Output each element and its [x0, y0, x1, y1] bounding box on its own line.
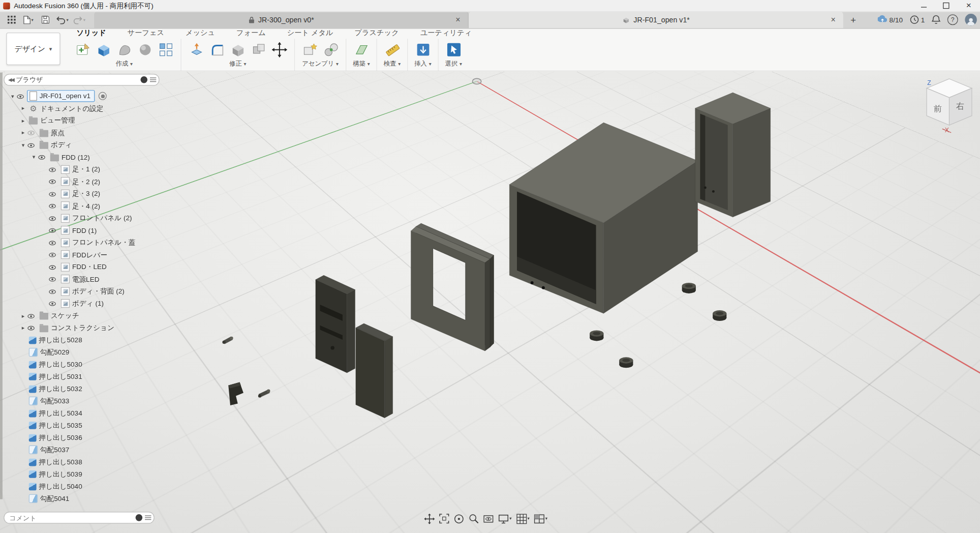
undo-button[interactable]: ▾ — [54, 13, 70, 26]
tree-item[interactable]: 足・2 (2) — [59, 177, 102, 186]
visibility-eye-icon[interactable] — [48, 226, 56, 234]
tree-row[interactable]: 足・3 (2) — [4, 188, 159, 200]
tree-item[interactable]: ビュー管理 — [27, 116, 77, 125]
expand-arrow-icon[interactable]: ▸ — [19, 325, 27, 331]
save-button[interactable] — [37, 13, 53, 26]
press-pull-button[interactable] — [188, 41, 205, 58]
inspect-group-label[interactable]: 検査 — [384, 60, 401, 70]
tree-row[interactable]: ▾FDD (12) — [4, 151, 159, 163]
tree-row[interactable]: 押し出し5032 — [4, 383, 159, 395]
extrude-button[interactable] — [95, 41, 112, 58]
view-cube[interactable]: 前 右 Z X — [924, 74, 975, 136]
tree-item[interactable]: 押し出し5040 — [27, 483, 84, 491]
notifications-button[interactable] — [932, 15, 940, 24]
browser-filter-icon[interactable] — [140, 76, 147, 83]
tab-solid[interactable]: ソリッド — [75, 28, 107, 39]
tab-utilities[interactable]: ユーティリティ — [419, 28, 473, 39]
tree-row[interactable]: 押し出し5036 — [4, 432, 159, 444]
tree-item-label[interactable]: 押し出し5031 — [39, 373, 82, 381]
visibility-eye-icon[interactable] — [27, 129, 35, 137]
pattern-button[interactable] — [157, 41, 175, 58]
loft-button[interactable] — [115, 41, 133, 58]
visibility-eye-icon[interactable] — [48, 263, 56, 271]
tree-row[interactable]: 足・2 (2) — [4, 175, 159, 188]
tree-item[interactable]: 押し出し5036 — [27, 434, 84, 442]
pan-button[interactable] — [424, 513, 435, 524]
tree-item-label[interactable]: 足・2 (2) — [72, 177, 100, 186]
tree-item[interactable]: 押し出し5039 — [27, 470, 84, 479]
tree-item-label[interactable]: フロントパネル (2) — [72, 214, 132, 222]
tree-item-label[interactable]: 押し出し5038 — [39, 458, 82, 466]
tree-row[interactable]: 勾配5041 — [4, 493, 159, 505]
create-sketch-button[interactable] — [74, 41, 92, 58]
tree-item-label[interactable]: 押し出し5036 — [39, 434, 82, 442]
expand-arrow-icon[interactable]: ▸ — [19, 105, 27, 111]
visibility-eye-icon[interactable] — [16, 92, 24, 100]
browser-menu-icon[interactable] — [150, 78, 156, 82]
tree-item[interactable]: 押し出し5031 — [27, 373, 84, 381]
visibility-eye-icon[interactable] — [48, 275, 56, 283]
tree-item-label[interactable]: ビュー管理 — [40, 116, 75, 125]
tree-item-label[interactable]: 押し出し5039 — [39, 470, 82, 479]
construct-group-label[interactable]: 構築 — [353, 60, 370, 70]
tree-row[interactable]: 足・1 (2) — [4, 163, 159, 175]
insert-button[interactable] — [414, 41, 432, 58]
tree-item[interactable]: 足・1 (2) — [59, 165, 102, 173]
visibility-eye-icon[interactable] — [27, 324, 35, 332]
new-component-button[interactable] — [301, 41, 319, 58]
tree-row[interactable]: 押し出し5035 — [4, 420, 159, 432]
insert-group-label[interactable]: 挿入 — [414, 60, 431, 70]
tree-item[interactable]: 勾配5041 — [27, 494, 71, 503]
tree-row[interactable]: ▸ビュー管理 — [4, 114, 159, 127]
select-group-label[interactable]: 選択 — [445, 60, 462, 70]
measure-button[interactable] — [383, 41, 401, 58]
look-at-button[interactable] — [483, 513, 494, 524]
visibility-eye-icon[interactable] — [48, 177, 56, 186]
tree-item[interactable]: フロントパネル・蓋 — [59, 238, 137, 247]
comment-menu-icon[interactable] — [145, 516, 151, 520]
tree-item-label[interactable]: 勾配5029 — [40, 348, 69, 357]
fillet-button[interactable] — [208, 41, 226, 58]
tree-item[interactable]: 押し出し5035 — [27, 422, 84, 430]
tree-row[interactable]: 押し出し5038 — [4, 456, 159, 468]
tree-item-label[interactable]: FDD (12) — [62, 153, 90, 161]
orbit-button[interactable] — [453, 513, 464, 524]
tree-row[interactable]: ▾JR-F01_open v1 — [4, 90, 159, 102]
tree-item[interactable]: ボディ (1) — [59, 299, 106, 308]
tree-row[interactable]: ▸スケッチ — [4, 310, 159, 322]
select-button[interactable] — [445, 41, 463, 58]
tree-item[interactable]: フロントパネル (2) — [59, 214, 134, 222]
tree-item-label[interactable]: 足・4 (2) — [72, 202, 100, 210]
tree-row[interactable]: 押し出し5039 — [4, 468, 159, 481]
tree-row[interactable]: フロントパネル・蓋 — [4, 236, 159, 249]
redo-button[interactable]: ▾ — [71, 13, 87, 26]
tree-row[interactable]: FDD・LED — [4, 261, 159, 273]
fit-button[interactable] — [439, 514, 449, 524]
tree-item[interactable]: FDD (12) — [48, 153, 91, 161]
visibility-eye-icon[interactable] — [48, 287, 56, 295]
tab-mesh[interactable]: メッシュ — [184, 28, 216, 39]
tree-item-label[interactable]: 押し出し5040 — [39, 483, 82, 491]
tree-row[interactable]: ▾ボディ — [4, 139, 159, 151]
tab-form[interactable]: フォーム — [235, 28, 267, 39]
tree-item[interactable]: ドキュメントの設定 — [27, 104, 105, 112]
tree-item[interactable]: FDD・LED — [59, 262, 109, 271]
tree-item-selected[interactable]: JR-F01_open v1 — [27, 90, 95, 102]
tree-item-label[interactable]: スケッチ — [51, 312, 79, 320]
visibility-eye-icon[interactable] — [27, 141, 35, 149]
tree-item[interactable]: 原点 — [38, 129, 67, 137]
tree-row[interactable]: FDDレバー — [4, 249, 159, 261]
tree-row[interactable]: 勾配5037 — [4, 444, 159, 456]
tree-item[interactable]: 勾配5037 — [27, 446, 71, 454]
tree-item[interactable]: FDDレバー — [59, 250, 109, 259]
tree-row[interactable]: ボディ・背面 (2) — [4, 285, 159, 298]
tree-item-label[interactable]: ドキュメントの設定 — [40, 104, 103, 112]
new-tab-button[interactable]: + — [847, 13, 860, 26]
browser-header[interactable]: ◀◀ ブラウザ — [4, 74, 159, 85]
construction-plane-button[interactable] — [353, 41, 371, 58]
tree-item-label[interactable]: ボディ — [51, 141, 72, 149]
maximize-button[interactable] — [935, 0, 957, 11]
tree-row[interactable]: 押し出し5034 — [4, 407, 159, 420]
create-group-label[interactable]: 作成 — [116, 60, 133, 70]
tree-item-label[interactable]: FDDレバー — [72, 251, 107, 259]
